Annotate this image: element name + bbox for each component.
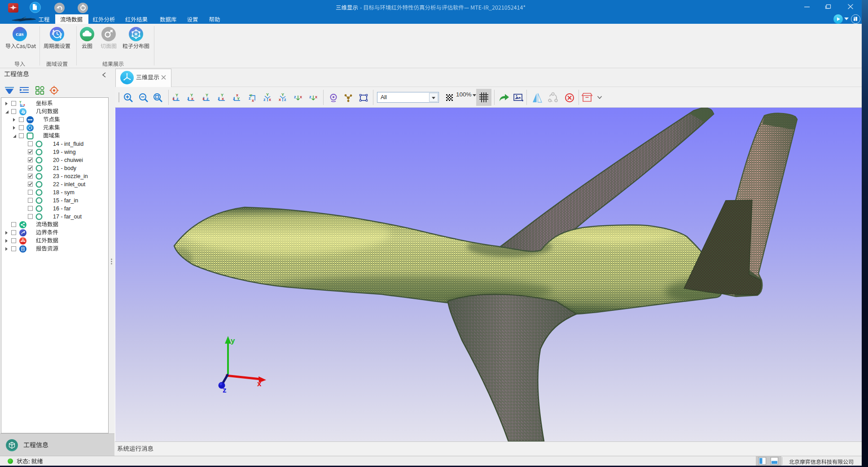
svg-text:z: z xyxy=(309,95,311,99)
svg-text:x: x xyxy=(257,380,262,388)
svg-text:z: z xyxy=(187,96,189,101)
svg-text:x: x xyxy=(172,96,175,101)
svg-text:x: x xyxy=(279,97,281,102)
svg-text:Y: Y xyxy=(266,93,269,97)
svg-text:Y: Y xyxy=(206,93,208,97)
svg-text:z: z xyxy=(284,97,286,102)
svg-text:x: x xyxy=(269,97,271,102)
svg-text:x: x xyxy=(252,98,254,103)
svg-text:x: x xyxy=(300,95,302,99)
svg-text:z: z xyxy=(294,95,296,99)
svg-text:Y: Y xyxy=(175,93,178,97)
svg-text:z: z xyxy=(218,96,220,101)
svg-text:x: x xyxy=(315,95,317,99)
svg-text:x: x xyxy=(236,93,238,97)
svg-text:z: z xyxy=(223,386,227,394)
svg-text:x: x xyxy=(23,103,25,106)
svg-text:Y: Y xyxy=(190,93,193,97)
svg-text:z: z xyxy=(263,97,266,102)
svg-text:Y: Y xyxy=(221,93,224,97)
svg-text:Y: Y xyxy=(250,93,252,98)
svg-text:z: z xyxy=(21,104,23,107)
svg-text:y: y xyxy=(231,336,235,345)
svg-text:z: z xyxy=(233,96,235,101)
svg-text:Y: Y xyxy=(281,93,284,97)
svg-text:x: x xyxy=(202,96,205,101)
